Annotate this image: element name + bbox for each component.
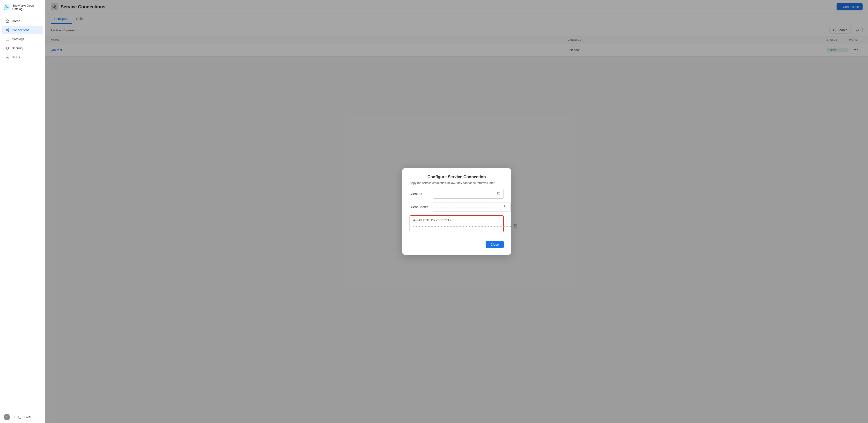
client-secret-label: Client Secret — [409, 205, 430, 209]
client-id-field: Client ID •••••••••••••••••••••••••••• — [409, 189, 504, 199]
modal-overlay: Configure Service Connection Copy the se… — [45, 0, 868, 423]
connections-icon — [5, 28, 9, 32]
svg-rect-22 — [505, 206, 507, 208]
svg-point-7 — [8, 29, 9, 30]
client-secret-input: ••••••••••••••••••••••••••••••••••••••••… — [433, 202, 511, 212]
client-id-label: Client ID — [409, 192, 430, 196]
catalogs-icon — [5, 37, 9, 41]
sidebar-item-label-home: Home — [12, 19, 20, 23]
sidebar-footer[interactable]: T TEST_POLARIS › — [0, 411, 45, 423]
configure-service-modal: Configure Service Connection Copy the se… — [402, 168, 511, 255]
sidebar-item-users[interactable]: Users — [2, 53, 43, 62]
svg-rect-21 — [498, 193, 500, 195]
main-content: Service Connections + Connection Princip… — [45, 0, 868, 423]
users-icon — [5, 55, 9, 59]
snowflake-logo-icon — [4, 4, 10, 11]
modal-footer: Close — [409, 241, 504, 248]
avatar: T — [4, 414, 10, 420]
modal-title: Configure Service Connection — [409, 175, 504, 180]
client-id-value: •••••••••••••••••••••••••••• — [436, 193, 477, 195]
sidebar-logo: Snowflake Open Catalog — [0, 0, 45, 14]
svg-rect-23 — [515, 225, 517, 227]
copy-icon — [497, 192, 500, 195]
app-name: Snowflake Open Catalog — [12, 4, 41, 11]
svg-line-9 — [7, 29, 8, 30]
svg-point-6 — [6, 30, 7, 31]
sidebar-item-home[interactable]: Home — [2, 17, 43, 25]
sidebar: Snowflake Open Catalog Home Connections … — [0, 0, 45, 423]
sidebar-item-label-catalogs: Catalogs — [12, 37, 24, 41]
combined-label: As <CLIENT ID>:<SECRET> — [413, 219, 500, 222]
sidebar-item-connections[interactable]: Connections — [2, 26, 43, 34]
svg-point-13 — [7, 56, 8, 57]
home-icon — [5, 19, 9, 23]
client-id-input: •••••••••••••••••••••••••••• — [433, 189, 504, 199]
combined-value-row: ••••••••••••••••••••••••••••••••••••••••… — [413, 224, 500, 229]
client-id-copy-button[interactable] — [496, 191, 501, 197]
sidebar-item-catalogs[interactable]: Catalogs — [2, 35, 43, 43]
client-secret-field: Client Secret ••••••••••••••••••••••••••… — [409, 202, 504, 212]
combined-credentials-section: As <CLIENT ID>:<SECRET> ••••••••••••••••… — [409, 215, 504, 232]
sidebar-item-label-security: Security — [12, 46, 23, 50]
copy-icon-2 — [504, 205, 507, 208]
modal-subtitle: Copy the service credentials below, they… — [409, 181, 504, 185]
svg-point-8 — [8, 31, 9, 32]
copy-icon-3 — [514, 224, 517, 228]
sidebar-navigation: Home Connections Catalogs Security Users — [0, 14, 45, 411]
close-modal-button[interactable]: Close — [486, 241, 504, 248]
combined-value: ••••••••••••••••••••••••••••••••••••••••… — [413, 225, 513, 228]
sidebar-item-label-users: Users — [12, 56, 20, 59]
svg-rect-5 — [7, 21, 8, 23]
tenant-name: TEST_POLARIS — [12, 416, 32, 419]
client-secret-value: ••••••••••••••••••••••••••••••••••••••••… — [436, 206, 503, 208]
svg-rect-11 — [6, 38, 9, 40]
sidebar-item-security[interactable]: Security — [2, 44, 43, 53]
sidebar-item-label-connections: Connections — [12, 28, 29, 32]
svg-line-10 — [7, 30, 8, 31]
modal-divider — [402, 237, 511, 237]
client-secret-copy-button[interactable] — [503, 204, 508, 210]
combined-copy-button[interactable] — [513, 224, 518, 229]
security-icon — [5, 46, 9, 50]
chevron-right-icon: › — [40, 415, 41, 419]
